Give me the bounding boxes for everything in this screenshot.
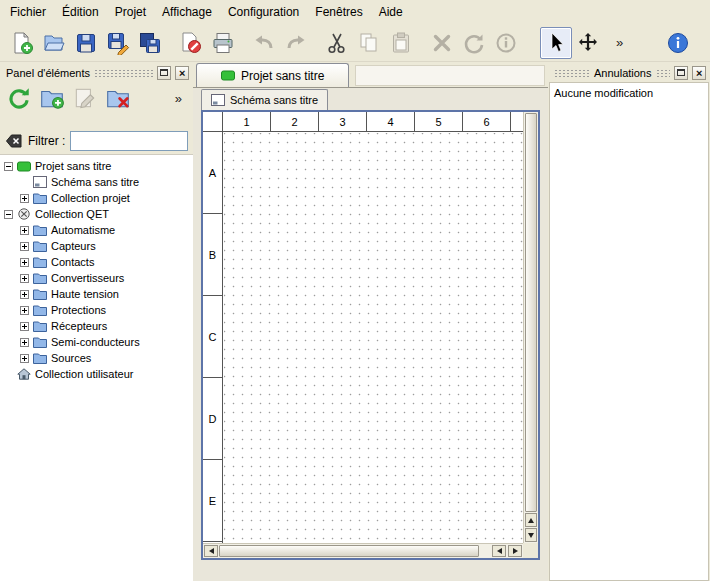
horizontal-scrollbar-thumb[interactable] — [219, 545, 479, 557]
panel-toolbar-overflow-chevron[interactable]: » — [172, 91, 185, 106]
info-button[interactable] — [490, 27, 522, 59]
schema-viewport[interactable]: 1 2 3 4 5 6 A B C D E — [203, 112, 523, 543]
expand-expander-icon[interactable] — [20, 338, 29, 347]
tree-item-label: Haute tension — [51, 288, 119, 300]
row-header: D — [203, 378, 222, 460]
menu-affichage[interactable]: Affichage — [154, 0, 220, 24]
float-panel-button[interactable] — [157, 66, 171, 80]
ruler-corner — [203, 112, 223, 132]
undo-empty-message: Aucune modification — [554, 87, 653, 99]
dock-handle[interactable] — [554, 69, 590, 77]
tab-label: Schéma sans titre — [230, 94, 318, 106]
vertical-scrollbar-thumb[interactable] — [525, 113, 537, 512]
new-document-button[interactable] — [6, 27, 38, 59]
dock-handle[interactable] — [94, 69, 153, 77]
scroll-up-button[interactable] — [525, 513, 537, 527]
tree-item-label: Automatisme — [51, 224, 115, 236]
tree-item-collection-projet[interactable]: Collection projet — [0, 190, 193, 206]
undo-list-item[interactable]: Aucune modification — [554, 86, 704, 100]
expand-expander-icon[interactable] — [20, 290, 29, 299]
menu-projet[interactable]: Projet — [107, 0, 154, 24]
collapse-expander-icon[interactable] — [4, 162, 13, 171]
help-button[interactable] — [662, 27, 694, 59]
paste-button[interactable] — [385, 27, 417, 59]
open-project-button[interactable] — [38, 27, 70, 59]
menu-edition[interactable]: Édition — [54, 0, 107, 24]
filter-input[interactable] — [70, 131, 188, 151]
collapse-expander-icon[interactable] — [4, 210, 13, 219]
tree-item-recepteurs[interactable]: Récepteurs — [0, 318, 193, 334]
save-all-button[interactable] — [134, 27, 166, 59]
tree-item-collection-qet[interactable]: Collection QET — [0, 206, 193, 222]
scrollbar-track[interactable] — [479, 544, 491, 558]
row-header: E — [203, 460, 222, 542]
scroll-left-button-end[interactable] — [492, 545, 506, 557]
move-tool-button[interactable] — [572, 27, 604, 59]
pointer-tool-button[interactable] — [540, 27, 572, 59]
edit-element-button[interactable] — [70, 83, 100, 113]
close-project-button[interactable] — [175, 27, 207, 59]
expand-expander-icon[interactable] — [20, 306, 29, 315]
vertical-scrollbar[interactable] — [523, 112, 538, 543]
expand-expander-icon[interactable] — [20, 226, 29, 235]
cut-icon — [325, 31, 349, 55]
scroll-down-button[interactable] — [525, 528, 537, 542]
menu-fenetres[interactable]: Fenêtres — [307, 0, 370, 24]
tab-schema-sans-titre[interactable]: Schéma sans titre — [201, 89, 328, 110]
tree-item-contacts[interactable]: Contacts — [0, 254, 193, 270]
dock-handle[interactable] — [656, 69, 671, 77]
reload-collections-button[interactable] — [4, 83, 34, 113]
undo-panel-titlebar[interactable]: Annulations — [548, 62, 710, 80]
column-header: 1 — [223, 112, 271, 131]
cut-button[interactable] — [321, 27, 353, 59]
delete-button[interactable] — [426, 27, 458, 59]
folder-icon — [33, 352, 47, 364]
tree-item-label: Collection projet — [51, 192, 130, 204]
rotate-button[interactable] — [458, 27, 490, 59]
redo-button[interactable] — [280, 27, 312, 59]
save-button[interactable] — [70, 27, 102, 59]
arrow-down-icon — [528, 533, 534, 538]
float-panel-button[interactable] — [674, 66, 688, 80]
expand-expander-icon[interactable] — [20, 258, 29, 267]
tree-item-sources[interactable]: Sources — [0, 350, 193, 366]
expand-expander-icon[interactable] — [20, 194, 29, 203]
copy-icon — [357, 31, 381, 55]
print-button[interactable] — [207, 27, 239, 59]
schema-grid-canvas[interactable] — [224, 133, 523, 543]
menu-fichier[interactable]: Fichier — [2, 0, 54, 24]
tab-projet-sans-titre[interactable]: Projet sans titre — [196, 63, 349, 87]
new-element-button[interactable] — [37, 83, 67, 113]
expand-expander-icon[interactable] — [20, 274, 29, 283]
schema-editor[interactable]: 1 2 3 4 5 6 A B C D E — [201, 110, 540, 560]
toolbar-overflow-chevron[interactable]: » — [613, 35, 626, 50]
delete-element-button[interactable] — [103, 83, 133, 113]
tree-item-label: Sources — [51, 352, 91, 364]
scroll-left-button[interactable] — [204, 545, 218, 557]
tree-item-semi-conducteurs[interactable]: Semi-conducteurs — [0, 334, 193, 350]
expand-expander-icon[interactable] — [20, 322, 29, 331]
tree-item-convertisseurs[interactable]: Convertisseurs — [0, 270, 193, 286]
horizontal-scrollbar[interactable] — [203, 543, 523, 558]
tree-item-automatisme[interactable]: Automatisme — [0, 222, 193, 238]
folder-icon — [33, 256, 47, 268]
tree-item-haute-tension[interactable]: Haute tension — [0, 286, 193, 302]
folder-icon — [33, 336, 47, 348]
tree-item-project[interactable]: Projet sans titre — [0, 158, 193, 174]
tree-item-schema[interactable]: Schéma sans titre — [0, 174, 193, 190]
tree-item-protections[interactable]: Protections — [0, 302, 193, 318]
elements-panel-titlebar[interactable]: Panel d'éléments — [0, 62, 193, 80]
undo-button[interactable] — [248, 27, 280, 59]
scroll-right-button[interactable] — [508, 545, 522, 557]
expand-expander-icon[interactable] — [20, 354, 29, 363]
expand-expander-icon[interactable] — [20, 242, 29, 251]
save-as-button[interactable] — [102, 27, 134, 59]
menu-configuration[interactable]: Configuration — [220, 0, 307, 24]
close-panel-button[interactable] — [692, 66, 706, 80]
menu-aide[interactable]: Aide — [371, 0, 411, 24]
clear-filter-button[interactable] — [5, 132, 23, 150]
tree-item-capteurs[interactable]: Capteurs — [0, 238, 193, 254]
copy-button[interactable] — [353, 27, 385, 59]
tree-item-collection-utilisateur[interactable]: Collection utilisateur — [0, 366, 193, 382]
close-panel-button[interactable] — [175, 66, 189, 80]
